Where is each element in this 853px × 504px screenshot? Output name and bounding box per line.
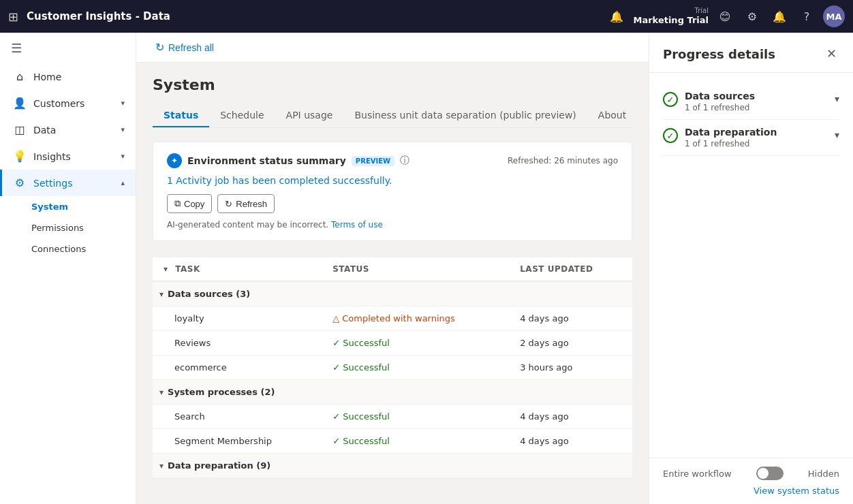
layout: ☰ ⌂ Home 👤 Customers ▾ ◫ Data ▾ 💡 Insigh…: [0, 33, 853, 504]
bell-icon[interactable]: 🔔: [769, 5, 790, 27]
status-card: ✦ Environment status summary PREVIEW ⓘ R…: [153, 142, 632, 241]
workflow-toggle[interactable]: [756, 467, 784, 480]
task-name: Segment Membership: [153, 429, 322, 454]
tab-status[interactable]: Status: [153, 104, 209, 127]
sidebar-item-settings[interactable]: ⚙ Settings ▴: [0, 170, 136, 196]
task-name: loyalty: [153, 306, 322, 331]
col-chevron[interactable]: ▾: [164, 264, 168, 274]
progress-item-title: Data preparation: [685, 127, 828, 138]
table-row: loyalty △ Completed with warnings 4 days…: [153, 306, 632, 331]
disclaimer: AI-generated content may be incorrect. T…: [167, 220, 618, 230]
task-status: ✓ Successful: [322, 331, 509, 356]
progress-item: ✓ Data sources 1 of 1 refreshed ▾: [663, 84, 839, 120]
refresh-button[interactable]: ↻ Refresh: [217, 194, 275, 213]
tab-about[interactable]: About: [587, 104, 637, 127]
sidebar-item-insights[interactable]: 💡 Insights ▾: [0, 143, 136, 170]
hamburger-button[interactable]: ☰: [0, 33, 136, 63]
sidebar-item-home[interactable]: ⌂ Home: [0, 63, 136, 90]
chevron-down-icon: ▾: [121, 99, 125, 108]
sidebar-item-home-label: Home: [33, 72, 61, 82]
emoji-icon[interactable]: 😊: [714, 5, 736, 27]
task-last-updated: 4 days ago: [509, 429, 632, 454]
col-header-last-updated: Last updated: [509, 257, 632, 281]
progress-expand-icon[interactable]: ▾: [835, 129, 839, 140]
status-card-title: Environment status summary: [187, 155, 346, 166]
chevron-down-icon-data: ▾: [121, 125, 125, 134]
sidebar-sub-permissions[interactable]: Permissions: [31, 217, 136, 238]
status-table: ▾ Task Status Last updated ▾Data sources…: [153, 257, 632, 478]
task-status: △ Completed with warnings: [322, 306, 509, 331]
refresh-btn-icon: ↻: [225, 199, 232, 209]
close-button[interactable]: ✕: [824, 44, 839, 64]
topbar: ⊞ Customer Insights - Data 🔔 Trial Marke…: [0, 0, 853, 33]
chevron-down-icon-insights: ▾: [121, 152, 125, 161]
progress-item-info: Data preparation 1 of 1 refreshed: [685, 127, 828, 148]
task-name: Search: [153, 405, 322, 429]
entire-workflow-label: Entire workflow: [663, 469, 732, 479]
sidebar-item-data-label: Data: [33, 125, 56, 136]
progress-item-sub: 1 of 1 refreshed: [685, 139, 828, 148]
task-last-updated: 4 days ago: [509, 405, 632, 429]
terms-link[interactable]: Terms of use: [331, 220, 383, 230]
task-status: ✓ Successful: [322, 405, 509, 429]
notifications-icon[interactable]: 🔔: [606, 5, 627, 27]
org-name: Marketing Trial: [633, 15, 709, 26]
task-status: ✓ Successful: [322, 429, 509, 454]
grid-icon[interactable]: ⊞: [8, 10, 18, 24]
progress-check-icon: ✓: [663, 128, 678, 143]
info-icon[interactable]: ⓘ: [400, 155, 409, 167]
app-title: Customer Insights - Data: [27, 10, 598, 22]
main-toolbar: ↻ Refresh all: [136, 33, 649, 63]
col-header-task: ▾ Task: [153, 257, 322, 281]
status-badge: PREVIEW: [352, 156, 394, 166]
chevron-up-icon-settings: ▴: [121, 178, 125, 187]
sidebar-sub-system[interactable]: System: [31, 196, 136, 217]
avatar[interactable]: MA: [823, 5, 845, 27]
refresh-all-button[interactable]: ↻ Refresh all: [150, 38, 219, 57]
progress-expand-icon[interactable]: ▾: [835, 93, 839, 104]
tab-api-usage[interactable]: API usage: [275, 104, 344, 127]
tab-general[interactable]: General: [637, 104, 649, 127]
trial-label: Trial: [695, 7, 709, 15]
sidebar-sub-connections[interactable]: Connections: [31, 238, 136, 259]
task-name: Reviews: [153, 331, 322, 356]
table-section-row[interactable]: ▾Data preparation (9): [153, 454, 632, 478]
insights-icon: 💡: [13, 150, 27, 163]
sidebar-item-customers[interactable]: 👤 Customers ▾: [0, 90, 136, 116]
footer-workflow-row: Entire workflow Hidden: [663, 467, 839, 480]
refresh-icon: ↻: [155, 41, 164, 54]
progress-item-sub: 1 of 1 refreshed: [685, 103, 828, 112]
data-icon: ◫: [13, 123, 27, 136]
refresh-time: Refreshed: 26 minutes ago: [508, 156, 618, 166]
help-icon[interactable]: ?: [796, 5, 818, 27]
table-row: Segment Membership ✓ Successful 4 days a…: [153, 429, 632, 454]
task-last-updated: 4 days ago: [509, 306, 632, 331]
tab-schedule[interactable]: Schedule: [209, 104, 275, 127]
status-suffix: has been completed successfully.: [230, 175, 392, 186]
progress-title: Progress details: [663, 47, 775, 61]
settings-nav-icon: ⚙: [13, 176, 27, 189]
main-content-area: ↻ Refresh all System Status Schedule API…: [136, 33, 649, 504]
status-message: 1 Activity job has been completed succes…: [167, 175, 618, 186]
settings-icon[interactable]: ⚙: [741, 5, 763, 27]
page-title: System: [153, 76, 632, 93]
copy-button[interactable]: ⧉ Copy: [167, 194, 212, 213]
table-section-row[interactable]: ▾Data sources (3): [153, 281, 632, 306]
sidebar: ☰ ⌂ Home 👤 Customers ▾ ◫ Data ▾ 💡 Insigh…: [0, 33, 136, 504]
progress-check-icon: ✓: [663, 92, 678, 107]
table-header-row: ▾ Task Status Last updated: [153, 257, 632, 281]
copy-icon: ⧉: [174, 198, 181, 209]
tab-business-unit[interactable]: Business unit data separation (public pr…: [343, 104, 587, 127]
progress-footer: Entire workflow Hidden View system statu…: [649, 458, 853, 504]
sidebar-item-insights-label: Insights: [33, 151, 71, 162]
status-actions: ⧉ Copy ↻ Refresh: [167, 194, 618, 213]
table-section-row[interactable]: ▾System processes (2): [153, 380, 632, 405]
sidebar-item-data[interactable]: ◫ Data ▾: [0, 116, 136, 143]
progress-item: ✓ Data preparation 1 of 1 refreshed ▾: [663, 120, 839, 156]
home-icon: ⌂: [13, 70, 27, 83]
view-system-status-link[interactable]: View system status: [663, 486, 839, 496]
table-row: Reviews ✓ Successful 2 days ago: [153, 331, 632, 356]
customers-icon: 👤: [13, 97, 27, 110]
task-name: ecommerce: [153, 356, 322, 380]
hidden-label: Hidden: [808, 469, 839, 479]
